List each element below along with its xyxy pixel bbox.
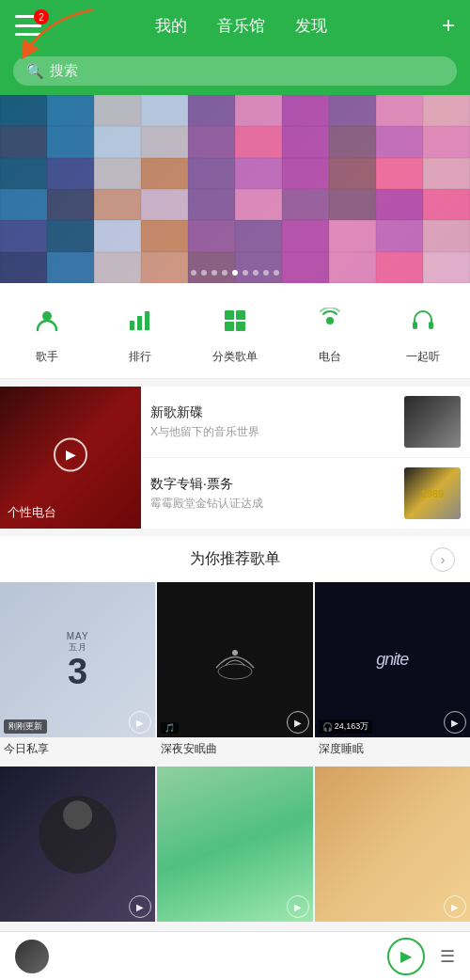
banner-dots bbox=[191, 270, 279, 276]
playlist-today[interactable]: MAY 五月 3 刚刚更新 ▶ 今日私享 bbox=[0, 582, 155, 765]
dot-9[interactable] bbox=[274, 270, 279, 276]
featured-sub-1: X与他留下的音乐世界 bbox=[150, 424, 397, 440]
recommendation-header: 为你推荐歌单 › bbox=[0, 536, 470, 582]
featured-text-1: 新歌新碟 X与他留下的音乐世界 bbox=[150, 404, 397, 440]
playlist-name-sleep: 深夜安眠曲 bbox=[157, 737, 312, 765]
personal-radio[interactable]: ▶ 个性电台 bbox=[0, 387, 141, 529]
header: 2 我的 音乐馆 发现 + bbox=[0, 0, 470, 51]
playlist-grid-row2: ▶ ▶ ▶ bbox=[0, 767, 470, 934]
playlist-p4[interactable]: ▶ bbox=[0, 767, 155, 934]
svg-rect-9 bbox=[413, 322, 417, 329]
featured-item-1[interactable]: 新歌新碟 X与他留下的音乐世界 bbox=[141, 387, 470, 458]
quick-nav-radio[interactable]: 电台 bbox=[309, 300, 351, 365]
svg-rect-2 bbox=[137, 316, 142, 330]
playlist-cover-p6: ▶ bbox=[315, 767, 470, 922]
playlist-cover-deep: gnite 🎧 24,163万 ▶ bbox=[315, 582, 470, 737]
featured-sub-2: 霉霉殿堂金钻认证达成 bbox=[150, 496, 397, 512]
playlist-grid-icon bbox=[214, 300, 256, 341]
featured-item-2[interactable]: 数字专辑·票务 霉霉殿堂金钻认证达成 1989 bbox=[141, 458, 470, 529]
dot-4[interactable] bbox=[222, 270, 227, 276]
headphones-icon bbox=[402, 300, 444, 341]
cover-date: MAY 五月 3 bbox=[67, 631, 89, 689]
playlist-badge-deep: 🎧 24,163万 bbox=[319, 719, 373, 734]
playlist-p6[interactable]: ▶ bbox=[315, 767, 470, 934]
svg-point-11 bbox=[232, 650, 238, 656]
nav-my[interactable]: 我的 bbox=[155, 15, 187, 37]
quick-nav-singer-label: 歌手 bbox=[36, 349, 58, 365]
svg-rect-6 bbox=[225, 322, 234, 331]
quick-nav-together[interactable]: 一起听 bbox=[402, 300, 444, 365]
banner-image bbox=[0, 95, 470, 283]
search-input[interactable]: 🔍 搜索 bbox=[13, 56, 457, 86]
svg-rect-4 bbox=[225, 310, 234, 320]
dot-8[interactable] bbox=[263, 270, 269, 276]
playlist-badge-new: 刚刚更新 bbox=[4, 719, 47, 734]
quick-nav-playlist-label: 分类歌单 bbox=[212, 349, 258, 365]
quick-nav-chart[interactable]: 排行 bbox=[119, 300, 161, 365]
featured-thumb-1 bbox=[404, 396, 461, 448]
singer-icon bbox=[26, 300, 68, 341]
quick-nav-together-label: 一起听 bbox=[406, 349, 440, 365]
playlist-name-deep: 深度睡眠 bbox=[315, 737, 470, 765]
player-controls: ▶ ☰ bbox=[387, 938, 455, 975]
player-avatar bbox=[15, 940, 49, 973]
featured-text-2: 数字专辑·票务 霉霉殿堂金钻认证达成 bbox=[150, 476, 397, 512]
svg-rect-7 bbox=[236, 322, 245, 331]
playlist-cover-sleep: 🎵 ▶ bbox=[157, 582, 312, 737]
nav-music-hall[interactable]: 音乐馆 bbox=[217, 15, 265, 37]
playlist-cover-today: MAY 五月 3 刚刚更新 ▶ bbox=[0, 582, 155, 737]
playlist-grid-row1: MAY 五月 3 刚刚更新 ▶ 今日私享 bbox=[0, 582, 470, 765]
search-placeholder: 搜索 bbox=[50, 62, 78, 80]
playlist-cover-p5: ▶ bbox=[157, 767, 312, 922]
radio-icon bbox=[309, 300, 351, 341]
recommendation-title: 为你推荐歌单 bbox=[190, 549, 280, 569]
personal-radio-label: 个性电台 bbox=[8, 504, 56, 521]
featured-title-2: 数字专辑·票务 bbox=[150, 476, 397, 493]
quick-nav-radio-label: 电台 bbox=[319, 349, 341, 365]
svg-rect-5 bbox=[236, 310, 245, 320]
svg-point-12 bbox=[218, 664, 252, 679]
playlist-play-button-5[interactable]: ▶ bbox=[287, 895, 309, 918]
dot-1[interactable] bbox=[191, 270, 196, 276]
recommendation-more-button[interactable]: › bbox=[431, 547, 455, 572]
svg-rect-1 bbox=[130, 321, 134, 330]
dot-6[interactable] bbox=[243, 270, 248, 276]
playlist-name-today: 今日私享 bbox=[0, 737, 155, 765]
quick-nav: 歌手 排行 分类歌单 bbox=[0, 283, 470, 379]
playlist-cover-p4: ▶ bbox=[0, 767, 155, 922]
playlist-p5[interactable]: ▶ bbox=[157, 767, 312, 934]
banner[interactable] bbox=[0, 95, 470, 283]
dot-3[interactable] bbox=[212, 270, 217, 276]
playlist-deep[interactable]: gnite 🎧 24,163万 ▶ 深度睡眠 bbox=[315, 582, 470, 765]
svg-rect-10 bbox=[429, 322, 433, 329]
playlist-sleep[interactable]: 🎵 ▶ 深夜安眠曲 bbox=[157, 582, 312, 765]
dot-5-active[interactable] bbox=[232, 270, 238, 276]
update-badge-text: 刚刚更新 bbox=[8, 721, 42, 731]
svg-rect-3 bbox=[145, 311, 149, 330]
cover-day: 3 bbox=[67, 654, 89, 689]
playlist-list-button[interactable]: ☰ bbox=[440, 946, 455, 967]
nav-discover[interactable]: 发现 bbox=[295, 15, 327, 37]
menu-button[interactable]: 2 bbox=[15, 15, 41, 36]
svg-point-0 bbox=[42, 311, 52, 321]
quick-nav-playlist[interactable]: 分类歌单 bbox=[212, 300, 258, 365]
featured-title-1: 新歌新碟 bbox=[150, 404, 397, 421]
cover-month: MAY bbox=[67, 631, 89, 641]
dot-7[interactable] bbox=[253, 270, 258, 276]
main-nav: 我的 音乐馆 发现 bbox=[41, 15, 442, 37]
chart-icon bbox=[119, 300, 161, 341]
dot-2[interactable] bbox=[201, 270, 207, 276]
notification-badge: 2 bbox=[34, 9, 49, 24]
play-button[interactable]: ▶ bbox=[54, 437, 87, 471]
bottom-play-button[interactable]: ▶ bbox=[387, 938, 425, 975]
search-bar-container: 🔍 搜索 bbox=[0, 51, 470, 95]
bottom-player-bar: ▶ ☰ bbox=[0, 931, 470, 980]
playlist-play-button-2[interactable]: ▶ bbox=[287, 711, 309, 734]
quick-nav-singer[interactable]: 歌手 bbox=[26, 300, 68, 365]
featured-section: ▶ 个性电台 新歌新碟 X与他留下的音乐世界 数字专辑·票务 霉霉殿堂金钻认证达… bbox=[0, 387, 470, 529]
search-icon: 🔍 bbox=[26, 63, 44, 80]
playlist-count: 24,163万 bbox=[335, 720, 369, 733]
svg-point-14 bbox=[63, 800, 92, 830]
add-button[interactable]: + bbox=[442, 12, 455, 39]
playlist-badge-sleep: 🎵 bbox=[161, 722, 179, 734]
